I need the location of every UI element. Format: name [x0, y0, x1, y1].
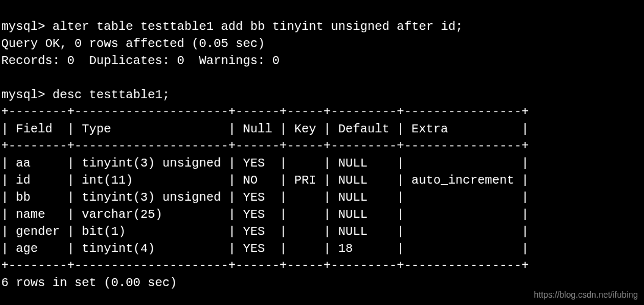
- table-data-rows: | aa | tinyint(3) unsigned | YES | | NUL…: [1, 156, 529, 256]
- rows-footer: 6 rows in set (0.00 sec): [1, 276, 177, 290]
- result-line-1: Query OK, 0 rows affected (0.05 sec): [1, 37, 265, 51]
- terminal-output: mysql> alter table testtable1 add bb tin…: [0, 0, 644, 292]
- table-border-top: +--------+---------------------+------+-…: [1, 105, 529, 119]
- result-line-2: Records: 0 Duplicates: 0 Warnings: 0: [1, 54, 280, 68]
- table-border-mid: +--------+---------------------+------+-…: [1, 139, 529, 153]
- watermark: https://blog.csdn.net/ifubing: [534, 289, 638, 301]
- prompt-2: mysql> desc testtable1;: [1, 88, 170, 102]
- table-border-bottom: +--------+---------------------+------+-…: [1, 259, 529, 273]
- prompt-1: mysql> alter table testtable1 add bb tin…: [1, 20, 463, 34]
- command-2: desc testtable1;: [52, 88, 170, 102]
- table-header-row: | Field | Type | Null | Key | Default | …: [1, 122, 529, 136]
- command-1: alter table testtable1 add bb tinyint un…: [52, 20, 463, 34]
